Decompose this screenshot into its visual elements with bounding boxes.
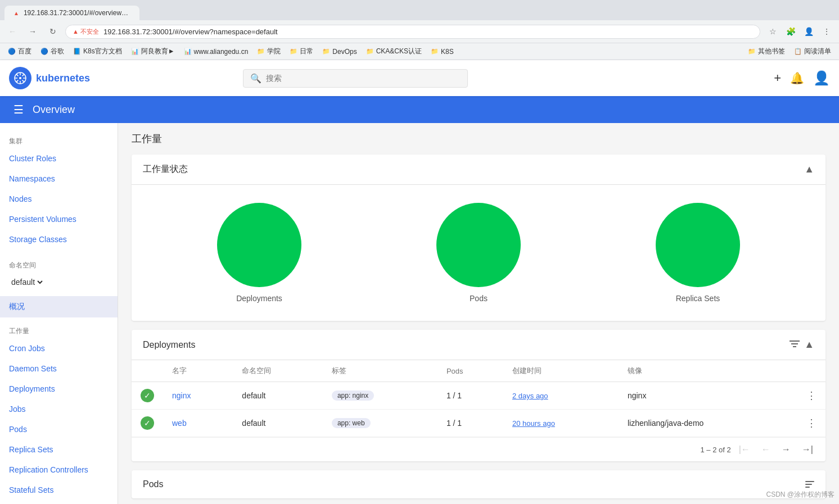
- row-actions-cell: ⋮: [797, 382, 826, 410]
- namespace-select[interactable]: default: [9, 277, 44, 287]
- sidebar-item-replication-controllers[interactable]: Replication Controllers: [0, 460, 118, 480]
- pagination-next-button[interactable]: →: [778, 442, 794, 457]
- col-created-header: 创建时间: [503, 360, 619, 382]
- bookmark-k8s[interactable]: 📁 K8S: [427, 47, 457, 57]
- row-pods-cell: 1 / 1: [437, 382, 503, 410]
- collapse-deployments-button[interactable]: ▲: [804, 339, 814, 351]
- notifications-button[interactable]: 🔔: [790, 71, 804, 85]
- deployments-chart-circle: [217, 203, 301, 287]
- sidebar-item-persistent-volumes[interactable]: Persistent Volumes: [0, 209, 118, 229]
- account-button[interactable]: 👤: [801, 24, 817, 39]
- add-button[interactable]: +: [774, 71, 781, 85]
- bookmark-google[interactable]: 🔵 谷歌: [37, 46, 67, 57]
- deployments-chart-label: Deployments: [236, 294, 282, 303]
- browser-tabs: ▲ 192.168.31.72:30001/#/overview?namespa…: [0, 0, 839, 20]
- browser-tab-active[interactable]: ▲ 192.168.31.72:30001/#/overview?namespa…: [4, 6, 139, 20]
- search-input[interactable]: [266, 74, 435, 83]
- security-warning: ▲ 不安全: [73, 28, 99, 36]
- sidebar-item-label: Nodes: [9, 194, 31, 203]
- back-button[interactable]: ←: [4, 24, 20, 39]
- pods-card: Pods: [132, 470, 826, 498]
- collapse-status-button[interactable]: ▲: [804, 164, 814, 175]
- bookmark-devops[interactable]: 📁 DevOps: [319, 47, 360, 57]
- namespace-selector[interactable]: default: [0, 273, 118, 292]
- sidebar-item-label: Daemon Sets: [9, 364, 57, 373]
- bookmark-readlist[interactable]: 📋 阅读清单: [791, 46, 835, 57]
- deployment-name-link[interactable]: web: [172, 419, 187, 428]
- svg-point-1: [19, 77, 21, 79]
- label-chip[interactable]: app: web: [332, 418, 371, 428]
- bookmark-aliangedu[interactable]: 📊 www.aliangedu.cn: [181, 47, 252, 57]
- row-name-cell: nginx: [163, 382, 233, 410]
- pagination-first-button[interactable]: |←: [736, 442, 754, 457]
- filter-deployments-button[interactable]: [790, 339, 800, 351]
- row-status-cell: ✓: [132, 410, 163, 437]
- url-text: 192.168.31.72:30001/#/overview?namespace…: [103, 28, 278, 36]
- bookmark-xueyuan[interactable]: 📁 学院: [254, 46, 284, 57]
- svg-line-7: [22, 80, 25, 83]
- deployments-table: 名字 命名空间 标签 Pods 创建时间 镜像 ✓: [132, 360, 826, 437]
- sidebar-item-stateful-sets[interactable]: Stateful Sets: [0, 480, 118, 500]
- workload-status-header: 工作量状态 ▲: [132, 155, 826, 185]
- pagination-prev-button[interactable]: ←: [758, 442, 774, 457]
- bookmark-button[interactable]: ☆: [765, 24, 781, 39]
- bookmark-aliang[interactable]: 📊 阿良教育►: [128, 46, 178, 57]
- row-created-cell: 20 hours ago: [503, 410, 619, 437]
- row-image-cell: nginx: [619, 382, 797, 410]
- pods-chart-label: Pods: [470, 294, 488, 303]
- bookmarks-bar: 🔵 百度 🔵 谷歌 📘 K8s官方文档 📊 阿良教育► 📊 www.aliang…: [0, 43, 839, 60]
- sidebar-item-deployments[interactable]: Deployments: [0, 379, 118, 399]
- bookmark-icon: 📁: [257, 48, 265, 55]
- sidebar-item-daemon-sets[interactable]: Daemon Sets: [0, 358, 118, 379]
- sidebar-item-label: Replication Controllers: [9, 465, 88, 474]
- created-time-link[interactable]: 20 hours ago: [512, 419, 555, 428]
- namespace-section-label: 命名空间: [9, 261, 109, 270]
- pagination-last-button[interactable]: →|: [799, 442, 817, 457]
- sidebar-item-storage-classes[interactable]: Storage Classes: [0, 229, 118, 249]
- deployments-card-title: Deployments: [143, 340, 195, 350]
- bookmark-label: 谷歌: [51, 47, 64, 56]
- bookmark-label: K8S: [441, 48, 454, 56]
- sidebar-item-replica-sets[interactable]: Replica Sets: [0, 439, 118, 460]
- bookmark-k8s-docs[interactable]: 📘 K8s官方文档: [70, 46, 125, 57]
- bookmark-label: 日常: [300, 47, 313, 56]
- extensions-button[interactable]: 🧩: [783, 24, 799, 39]
- refresh-button[interactable]: ↻: [45, 24, 61, 39]
- row-more-button[interactable]: ⋮: [806, 389, 817, 402]
- deployment-name-link[interactable]: nginx: [172, 391, 191, 400]
- menu-button[interactable]: ⋮: [819, 24, 835, 39]
- search-bar[interactable]: 🔍: [243, 69, 468, 88]
- sidebar-item-pods[interactable]: Pods: [0, 419, 118, 439]
- header-actions: + 🔔 👤: [774, 70, 830, 86]
- row-status-cell: ✓: [132, 382, 163, 410]
- charts-container: Deployments Pods Replica Sets: [132, 185, 826, 321]
- bookmark-richang[interactable]: 📁 日常: [286, 46, 317, 57]
- bookmark-baidu[interactable]: 🔵 百度: [4, 46, 35, 57]
- sidebar-item-nodes[interactable]: Nodes: [0, 189, 118, 209]
- app-header: kubernetes 🔍 + 🔔 👤: [0, 60, 839, 96]
- user-menu-button[interactable]: 👤: [813, 70, 830, 86]
- row-name-cell: web: [163, 410, 233, 437]
- address-bar[interactable]: ▲ 不安全 192.168.31.72:30001/#/overview?nam…: [65, 25, 760, 39]
- forward-button[interactable]: →: [25, 24, 40, 39]
- created-time-link[interactable]: 2 days ago: [512, 392, 548, 400]
- bookmark-other[interactable]: 📁 其他书签: [745, 46, 788, 57]
- sidebar-item-cron-jobs[interactable]: Cron Jobs: [0, 338, 118, 358]
- bookmark-cka[interactable]: 📁 CKA&CKS认证: [363, 46, 425, 57]
- sidebar-item-cluster-roles[interactable]: Cluster Roles: [0, 148, 118, 169]
- sidebar-item-label: Cluster Roles: [9, 154, 56, 163]
- replica-sets-chart-circle: [656, 203, 740, 287]
- sidebar-item-jobs[interactable]: Jobs: [0, 399, 118, 419]
- sidebar-item-namespaces[interactable]: Namespaces: [0, 169, 118, 189]
- col-image-header: 镜像: [619, 360, 797, 382]
- row-labels-cell: app: web: [323, 410, 437, 437]
- bookmark-label: 阅读清单: [804, 47, 831, 56]
- sidebar-item-overview[interactable]: 概况: [0, 296, 118, 317]
- sidebar-item-label: Namespaces: [9, 174, 55, 183]
- row-more-button[interactable]: ⋮: [806, 417, 817, 429]
- label-chip[interactable]: app: nginx: [332, 391, 374, 401]
- app-logo[interactable]: kubernetes: [9, 67, 90, 89]
- filter-pods-button[interactable]: [805, 481, 814, 488]
- hamburger-menu-button[interactable]: ☰: [13, 103, 24, 116]
- status-ok-icon: ✓: [141, 416, 154, 430]
